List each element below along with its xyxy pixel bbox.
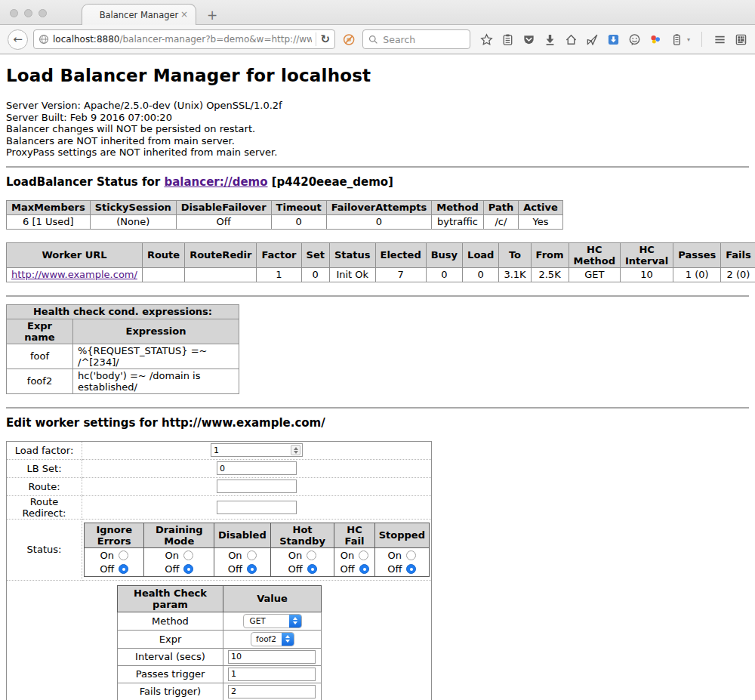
hc-row-method: Method GET bbox=[118, 612, 322, 630]
select-stepper-icon bbox=[282, 633, 294, 646]
url-divider bbox=[316, 32, 316, 46]
health-check-param-table: Health Check param Value Method GET bbox=[117, 585, 322, 700]
col-path: Path bbox=[483, 200, 518, 214]
back-button[interactable]: ← bbox=[8, 29, 28, 50]
expr-select[interactable]: foof2 bbox=[251, 632, 294, 646]
method-label: Method bbox=[118, 612, 223, 630]
col-method: Method bbox=[432, 200, 483, 214]
col-health-check-param: Health Check param bbox=[118, 585, 223, 612]
url-text[interactable]: localhost:8880/balancer-manager?b=demo&w… bbox=[53, 34, 312, 45]
balancer-status-table: MaxMembers StickySession DisableFailover… bbox=[6, 200, 563, 230]
chevron-down-icon[interactable]: ▾ bbox=[687, 36, 690, 43]
reading-list-icon[interactable] bbox=[501, 33, 514, 46]
download-panel-icon[interactable] bbox=[607, 33, 620, 46]
col-value: Value bbox=[223, 585, 322, 612]
col-failoverattempts: FailoverAttempts bbox=[326, 200, 432, 214]
window-titlebar: Balancer Manager × + bbox=[0, 0, 755, 25]
hot-standby-off-radio[interactable] bbox=[307, 564, 317, 574]
draining-mode-on-radio[interactable] bbox=[183, 550, 193, 560]
hamburger-menu-icon[interactable] bbox=[713, 33, 726, 46]
tab-balancer-manager[interactable]: Balancer Manager × bbox=[82, 4, 196, 25]
search-icon bbox=[368, 35, 378, 45]
window-minimize-button[interactable] bbox=[24, 9, 32, 17]
status-radio-row: On Off On Off On Off On bbox=[85, 547, 430, 576]
table-header-row: MaxMembers StickySession DisableFailover… bbox=[7, 200, 563, 214]
table-row: foof %{REQUEST_STATUS} =~ /^[234]/ bbox=[7, 344, 239, 369]
edit-worker-heading: Edit worker settings for http://www.exam… bbox=[6, 416, 749, 430]
form-row-route-redirect: Route Redirect: bbox=[7, 495, 432, 519]
send-icon[interactable] bbox=[586, 33, 599, 46]
section-divider bbox=[6, 295, 749, 297]
lb-set-input[interactable] bbox=[217, 461, 297, 475]
proxypass-note-line: ProxyPass settings are NOT inherited fro… bbox=[6, 146, 749, 159]
server-info: Server Version: Apache/2.5.0-dev (Unix) … bbox=[6, 100, 749, 159]
worker-url-link[interactable]: http://www.example.com/ bbox=[11, 269, 137, 280]
container-battery-icon[interactable] bbox=[670, 33, 683, 46]
stopped-on-radio[interactable] bbox=[406, 550, 416, 560]
stopped-off-radio[interactable] bbox=[406, 564, 416, 574]
globe-icon bbox=[39, 34, 49, 45]
table-row: http://www.example.com/ 1 0 Init Ok 7 0 … bbox=[7, 267, 755, 282]
hc-fail-off-radio[interactable] bbox=[359, 564, 369, 574]
forum-smiley-icon[interactable] bbox=[628, 33, 641, 46]
tab-close-icon[interactable]: × bbox=[180, 9, 188, 20]
method-select[interactable]: GET bbox=[243, 614, 302, 628]
window-close-button[interactable] bbox=[10, 9, 18, 17]
search-placeholder: Search bbox=[383, 34, 415, 45]
lb-set-label: LB Set: bbox=[7, 459, 82, 477]
fails-input[interactable] bbox=[228, 685, 316, 698]
search-bar[interactable]: Search bbox=[362, 29, 470, 49]
form-row-status: Status: Ignore Errors Draining Mode Disa… bbox=[7, 519, 432, 580]
hc-fail-on-radio[interactable] bbox=[359, 550, 368, 560]
passes-label: Passes trigger bbox=[118, 665, 223, 683]
persist-note-line: Balancer changes will NOT be persisted o… bbox=[6, 123, 749, 135]
load-factor-input[interactable] bbox=[211, 443, 303, 457]
window-zoom-button[interactable] bbox=[39, 9, 47, 17]
downloads-icon[interactable] bbox=[544, 33, 556, 46]
passes-input[interactable] bbox=[228, 668, 316, 681]
route-redirect-label: Route Redirect: bbox=[7, 495, 82, 519]
new-tab-button[interactable]: + bbox=[207, 8, 217, 25]
content-blocked-icon[interactable] bbox=[343, 33, 355, 46]
disabled-on-radio[interactable] bbox=[247, 550, 257, 560]
route-redirect-input[interactable] bbox=[217, 501, 297, 514]
bookmark-star-icon[interactable] bbox=[480, 33, 493, 46]
disabled-off-radio[interactable] bbox=[247, 564, 257, 574]
test-pilot-dots-icon[interactable] bbox=[649, 33, 662, 46]
balancer-demo-link[interactable]: balancer://demo bbox=[164, 175, 267, 189]
hc-row-fails: Fails trigger) bbox=[118, 683, 322, 700]
heading-prefix: LoadBalancer Status for bbox=[6, 175, 164, 189]
ignore-errors-on-radio[interactable] bbox=[119, 550, 128, 560]
col-maxmembers: MaxMembers bbox=[7, 200, 91, 214]
addon-grid-icon[interactable] bbox=[735, 33, 747, 46]
col-stopped: Stopped bbox=[374, 523, 429, 547]
col-worker-url: Worker URL bbox=[7, 242, 143, 267]
reload-button[interactable]: ↻ bbox=[320, 32, 330, 46]
draining-mode-off-radio[interactable] bbox=[183, 564, 193, 574]
pocket-icon[interactable] bbox=[522, 33, 535, 46]
worker-status-table: Worker URL Route RouteRedir Factor Set S… bbox=[6, 242, 755, 282]
col-disabled: Disabled bbox=[214, 523, 271, 547]
table-header-row: Worker URL Route RouteRedir Factor Set S… bbox=[7, 242, 755, 267]
route-input[interactable] bbox=[217, 480, 297, 493]
form-row-lb-set: LB Set: bbox=[7, 459, 432, 477]
hc-header-row: Health Check param Value bbox=[118, 585, 322, 612]
col-draining-mode: Draining Mode bbox=[144, 523, 214, 547]
section-divider bbox=[6, 166, 749, 168]
balancer-status-heading: LoadBalancer Status for balancer://demo … bbox=[6, 175, 749, 189]
tab-title: Balancer Manager bbox=[100, 10, 179, 20]
server-built-line: Server Built: Feb 9 2016 07:00:20 bbox=[6, 112, 749, 124]
col-expression: Expression bbox=[73, 319, 239, 344]
url-domain: localhost:8880 bbox=[53, 34, 119, 45]
hot-standby-on-radio[interactable] bbox=[307, 550, 316, 560]
col-active: Active bbox=[519, 200, 563, 214]
form-row-route: Route: bbox=[7, 477, 432, 495]
url-bar[interactable]: localhost:8880/balancer-manager?b=demo&w… bbox=[33, 29, 335, 49]
home-icon[interactable] bbox=[565, 33, 578, 46]
load-factor-label: Load factor: bbox=[7, 441, 82, 459]
section-divider bbox=[6, 407, 749, 409]
hc-expressions-title: Health check cond. expressions: bbox=[7, 304, 239, 319]
interval-input[interactable] bbox=[228, 650, 316, 664]
number-spinner[interactable] bbox=[291, 445, 300, 455]
ignore-errors-off-radio[interactable] bbox=[119, 564, 128, 574]
